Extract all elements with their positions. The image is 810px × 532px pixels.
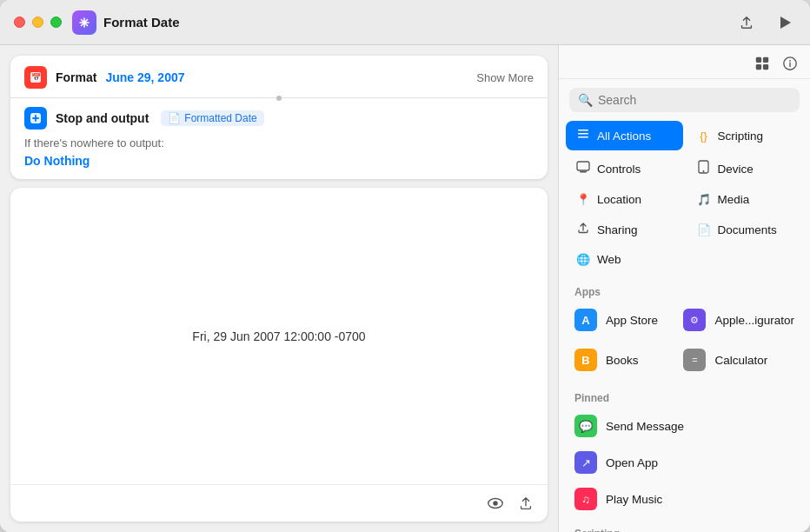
show-more-button[interactable]: Show More: [476, 71, 534, 84]
maximize-button[interactable]: [50, 17, 62, 28]
format-label: Format: [56, 70, 96, 84]
sidebar-item-send-message[interactable]: 💬 Send Message: [566, 408, 803, 444]
close-button[interactable]: [14, 17, 25, 28]
categories-grid: All Actions {} Scripting: [566, 121, 803, 272]
share-button[interactable]: [735, 11, 758, 34]
stop-label: Stop and output: [56, 111, 149, 125]
svg-text:📅: 📅: [31, 72, 42, 83]
export-button[interactable]: [516, 494, 535, 513]
output-text: Fri, 29 Jun 2007 12:00:00 -0700: [192, 329, 365, 343]
books-icon: B: [574, 349, 597, 371]
sidebar-item-web[interactable]: 🌐 Web: [566, 247, 683, 272]
run-button[interactable]: [775, 11, 796, 34]
stop-icon: [24, 107, 47, 130]
media-label: Media: [718, 193, 750, 206]
svg-point-10: [789, 60, 791, 62]
format-card-header: 📅 Format June 29, 2007 Show More: [24, 66, 534, 89]
output-footer: [10, 484, 548, 522]
output-content: Fri, 29 Jun 2007 12:00:00 -0700: [10, 188, 548, 484]
play-music-icon: ♫: [574, 488, 597, 510]
nowhere-label: If there's nowhere to output:: [24, 136, 534, 150]
info-icon-button[interactable]: [782, 56, 798, 71]
sidebar-item-location[interactable]: 📍 Location: [566, 187, 683, 212]
search-bar[interactable]: 🔍: [569, 88, 800, 112]
search-input[interactable]: [598, 93, 791, 107]
send-message-label: Send Message: [606, 420, 684, 433]
left-panel: 📅 Format June 29, 2007 Show More: [0, 45, 558, 532]
output-card: Fri, 29 Jun 2007 12:00:00 -0700: [10, 188, 548, 522]
calculator-label: Calculator: [714, 354, 767, 367]
sidebar-item-app-store[interactable]: A App Store: [566, 302, 671, 338]
sidebar-item-play-music[interactable]: ♫ Play Music: [566, 481, 803, 517]
sidebar-item-controls[interactable]: Controls: [566, 154, 683, 183]
books-label: Books: [606, 354, 639, 367]
scripting-icon: {}: [695, 130, 713, 143]
web-label: Web: [597, 253, 621, 266]
format-icon: 📅: [24, 66, 47, 89]
web-icon: 🌐: [574, 253, 592, 266]
scripting-label: Scripting: [718, 130, 764, 143]
do-nothing-button[interactable]: Do Nothing: [24, 154, 90, 168]
sidebar-item-all-actions[interactable]: All Actions: [566, 121, 683, 150]
window-title: Format Date: [103, 15, 735, 30]
traffic-lights: [14, 17, 62, 28]
scripting-section-label: Scripting: [566, 521, 803, 532]
sidebar-item-media[interactable]: 🎵 Media: [687, 187, 804, 212]
sidebar-item-scripting[interactable]: {} Scripting: [687, 121, 804, 150]
sidebar-item-apple-configurator[interactable]: ⚙ Apple...igurator: [674, 302, 803, 338]
media-icon: 🎵: [695, 193, 713, 206]
svg-rect-7: [756, 64, 761, 70]
sidebar-item-sharing[interactable]: Sharing: [566, 216, 683, 243]
format-date-value[interactable]: June 29, 2007: [105, 70, 184, 84]
titlebar-actions: [735, 11, 796, 34]
controls-label: Controls: [597, 163, 641, 176]
scripting-actions-section: Scripting ≡ Comment ☀ Show Result: [566, 521, 803, 532]
grid-icon-button[interactable]: [754, 56, 770, 71]
svg-rect-14: [577, 162, 589, 170]
sidebar-header: [559, 45, 810, 79]
search-icon: 🔍: [578, 93, 593, 107]
svg-point-17: [703, 170, 705, 172]
apple-configurator-label: Apple...igurator: [714, 314, 794, 327]
svg-point-4: [493, 501, 497, 505]
sidebar-item-calculator[interactable]: = Calculator: [674, 342, 803, 378]
card-divider: [10, 97, 548, 98]
formatted-date-badge[interactable]: 📄 Formatted Date: [161, 110, 263, 126]
stop-card-header: Stop and output 📄 Formatted Date: [24, 107, 534, 130]
all-actions-label: All Actions: [597, 130, 651, 143]
calculator-icon: =: [683, 349, 706, 371]
open-app-label: Open App: [606, 456, 658, 469]
apps-grid: A App Store ⚙ Apple...igurator: [566, 302, 803, 378]
svg-rect-8: [763, 64, 768, 70]
device-label: Device: [718, 163, 754, 176]
documents-label: Documents: [718, 223, 777, 236]
stop-section: Stop and output 📄 Formatted Date If ther…: [24, 107, 534, 169]
titlebar: Format Date: [0, 0, 810, 45]
location-icon: 📍: [574, 193, 592, 206]
apps-section-label: Apps: [566, 279, 803, 302]
pinned-section-label: Pinned: [566, 385, 803, 408]
format-card: 📅 Format June 29, 2007 Show More: [10, 56, 548, 179]
preview-button[interactable]: [485, 495, 506, 512]
sharing-icon: [574, 222, 592, 237]
app-store-icon: A: [574, 309, 597, 331]
sidebar-item-documents[interactable]: 📄 Documents: [687, 216, 804, 243]
svg-rect-13: [578, 136, 588, 138]
svg-rect-12: [578, 133, 588, 135]
svg-rect-5: [756, 57, 761, 63]
sharing-label: Sharing: [597, 223, 638, 236]
documents-icon: 📄: [695, 223, 713, 236]
device-icon: [695, 160, 713, 177]
badge-icon: 📄: [168, 112, 181, 124]
app-icon: [72, 10, 96, 35]
controls-icon: [574, 161, 592, 176]
location-label: Location: [597, 193, 641, 206]
send-message-icon: 💬: [574, 415, 597, 437]
svg-rect-15: [580, 171, 587, 173]
minimize-button[interactable]: [32, 17, 43, 28]
sidebar-item-device[interactable]: Device: [687, 154, 804, 183]
sidebar-item-books[interactable]: B Books: [566, 342, 671, 378]
all-actions-icon: [574, 127, 592, 144]
sidebar-item-open-app[interactable]: ↗ Open App: [566, 444, 803, 481]
right-panel: 🔍 All Actions: [558, 45, 810, 532]
